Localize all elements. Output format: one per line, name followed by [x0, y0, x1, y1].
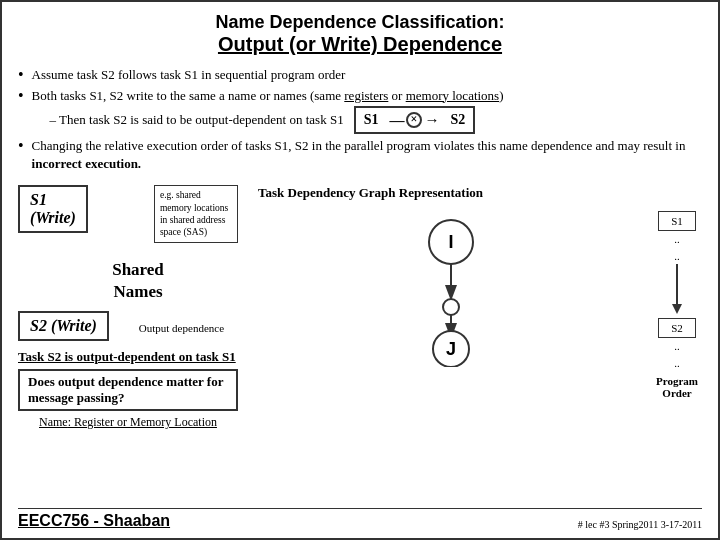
eg-box: e.g. shared memory locationsin shared ad… — [154, 185, 238, 242]
graph-area: I J — [258, 207, 702, 504]
prog-dots-2: .... — [674, 338, 680, 371]
eecc-label: EECC756 - Shaaban — [18, 512, 170, 530]
slide: Name Dependence Classification: Output (… — [0, 0, 720, 540]
program-order-col: S1 .... S2 .... ProgramOrder — [652, 207, 702, 504]
sub-indent: – Then task S2 is said to be output-depe… — [50, 106, 702, 134]
prog-s2-box: S2 — [658, 318, 696, 338]
prog-order-label: ProgramOrder — [656, 375, 698, 399]
circle-cross-icon — [406, 112, 422, 128]
bullet-dot-3: • — [18, 138, 24, 154]
svg-point-3 — [443, 299, 459, 315]
bullet-3: • Changing the relative execution order … — [18, 137, 702, 172]
task-dep-title: Task Dependency Graph Representation — [258, 185, 702, 201]
title-block: Name Dependence Classification: Output (… — [18, 12, 702, 56]
s1-eg-row: S1 (Write) e.g. shared memory locationsi… — [18, 185, 238, 246]
s2-write-box: S2 (Write) — [18, 311, 109, 341]
name-register: Name: Register or Memory Location — [18, 415, 238, 430]
sub-text: – Then task S2 is said to be output-depe… — [50, 111, 344, 129]
task-s2-output: Task S2 is output-dependent on task S1 — [18, 349, 238, 365]
prog-s1-box: S1 — [658, 211, 696, 231]
bullet-dot-2: • — [18, 88, 24, 104]
footer-right: # lec #3 Spring2011 3-17-2011 — [578, 519, 702, 530]
bullet-dot-1: • — [18, 67, 24, 83]
footer: EECC756 - Shaaban # lec #3 Spring2011 3-… — [18, 508, 702, 530]
output-dep-label: Output dependence — [139, 322, 224, 334]
bullet-1: • Assume task S2 follows task S1 in sequ… — [18, 66, 702, 84]
right-col: Task Dependency Graph Representation I — [248, 185, 702, 504]
left-col: S1 (Write) e.g. shared memory locationsi… — [18, 185, 238, 504]
graph-svg-area: I J — [258, 207, 644, 504]
svg-marker-8 — [672, 304, 682, 314]
svg-text:J: J — [446, 339, 456, 359]
title-main: Name Dependence Classification: — [18, 12, 702, 33]
prog-arrow-svg — [669, 264, 685, 314]
bullets: • Assume task S2 follows task S1 in sequ… — [18, 66, 702, 175]
shared-names-label: SharedNames — [38, 259, 238, 303]
s1-write-box: S1 (Write) — [18, 185, 88, 233]
bullet-2: • Both tasks S1, S2 write to the same a … — [18, 87, 702, 135]
prog-arrow — [669, 264, 685, 314]
bullet-text-1: Assume task S2 follows task S1 in sequen… — [32, 66, 702, 84]
does-output-box: Does output dependence matter for messag… — [18, 369, 238, 411]
prog-dots-1: .... — [674, 231, 680, 264]
bullet-text-3: Changing the relative execution order of… — [32, 137, 702, 172]
dependency-graph-svg: I J — [391, 207, 511, 367]
title-sub: Output (or Write) Dependence — [18, 33, 702, 56]
s1-s2-formula: S1 — → S2 — [354, 106, 476, 134]
svg-text:I: I — [448, 232, 453, 252]
s2-row: S2 (Write) Output dependence — [18, 311, 238, 341]
bullet-text-2: Both tasks S1, S2 write to the same a na… — [32, 87, 702, 135]
main-content: S1 (Write) e.g. shared memory locationsi… — [18, 185, 702, 504]
